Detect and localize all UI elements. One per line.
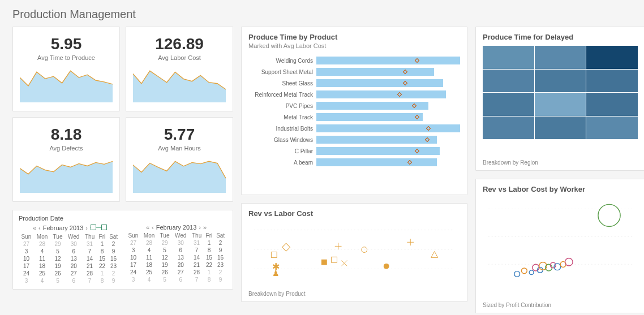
calendar-day[interactable]: 1 — [97, 270, 108, 277]
calendar-day[interactable]: 8 — [204, 247, 214, 254]
calendar-day[interactable]: 4 — [141, 276, 157, 283]
calendar-day[interactable]: 5 — [50, 277, 65, 284]
slider-handle-left[interactable] — [91, 225, 96, 230]
calendar-day[interactable]: 15 — [97, 255, 108, 262]
calendar-day[interactable]: 21 — [190, 261, 204, 269]
calendar-day[interactable]: 9 — [107, 277, 120, 284]
calendar-day[interactable]: 12 — [50, 255, 65, 262]
calendar-day[interactable]: 29 — [157, 239, 172, 247]
calendar-day[interactable]: 10 — [19, 255, 34, 262]
calendar-day[interactable]: 31 — [83, 240, 97, 248]
bar-fill — [316, 57, 460, 64]
calendar-day[interactable]: 5 — [50, 248, 65, 255]
calendar-day[interactable]: 1 — [204, 239, 214, 247]
calendar-day[interactable]: 4 — [34, 248, 50, 255]
calendar-day[interactable]: 6 — [172, 276, 190, 283]
calendar-0: «‹February 2013›SunMonTueWedThuFriSat272… — [19, 224, 120, 284]
calendar-day[interactable]: 11 — [34, 255, 50, 262]
calendar-day[interactable]: 4 — [141, 247, 157, 254]
bar-chart-subtitle: Marked with Avg Labor Cost — [248, 42, 460, 49]
calendar-day[interactable]: 28 — [34, 240, 50, 248]
calendar-day[interactable]: 11 — [141, 254, 157, 261]
calendar-prev-icon[interactable]: ‹ — [38, 225, 41, 231]
calendar-next-icon[interactable]: › — [85, 225, 88, 231]
calendar-day[interactable]: 8 — [204, 276, 214, 283]
calendar-day[interactable]: 14 — [190, 254, 204, 261]
calendar-day[interactable]: 9 — [214, 276, 227, 283]
calendar-day[interactable]: 8 — [97, 277, 108, 284]
calendar-day[interactable]: 13 — [172, 254, 190, 261]
calendar-day[interactable]: 12 — [157, 254, 172, 261]
calendar-day[interactable]: 28 — [83, 270, 97, 277]
calendar-day[interactable]: 7 — [83, 248, 97, 255]
calendar-day[interactable]: 28 — [141, 239, 157, 247]
bar-row: C Pillar — [248, 145, 460, 157]
calendar-day[interactable]: 10 — [126, 254, 141, 261]
calendar-day[interactable]: 21 — [83, 262, 97, 270]
calendar-day[interactable]: 1 — [97, 240, 108, 248]
calendar-day[interactable]: 15 — [204, 254, 214, 261]
calendar-next-fast-icon[interactable]: » — [203, 224, 207, 231]
calendar-day[interactable]: 19 — [157, 261, 172, 269]
calendar-day[interactable]: 18 — [141, 261, 157, 269]
calendar-day[interactable]: 22 — [204, 261, 214, 269]
bar-chart-card: Produce Time by Product Marked with Avg … — [241, 27, 467, 195]
calendar-day[interactable]: 16 — [107, 255, 120, 262]
calendar-day[interactable]: 6 — [172, 247, 190, 254]
calendar-day[interactable]: 14 — [83, 255, 97, 262]
calendar-day[interactable]: 2 — [107, 270, 120, 277]
dashboard: 5.95Avg Time to Produce126.89Avg Labor C… — [0, 27, 644, 313]
calendar-day[interactable]: 31 — [190, 239, 204, 247]
calendar-day[interactable]: 7 — [83, 277, 97, 284]
calendar-day[interactable]: 30 — [65, 240, 83, 248]
bar-label: Sheet Glass — [248, 80, 316, 87]
calendar-day[interactable]: 27 — [172, 269, 190, 276]
calendar-day[interactable]: 17 — [126, 261, 141, 269]
calendar-day[interactable]: 7 — [190, 247, 204, 254]
calendar-day[interactable]: 2 — [214, 269, 227, 276]
calendar-day[interactable]: 19 — [50, 262, 65, 270]
calendar-day[interactable]: 4 — [34, 277, 50, 284]
calendar-day[interactable]: 2 — [107, 240, 120, 248]
calendar-day[interactable]: 28 — [190, 269, 204, 276]
calendar-day[interactable]: 18 — [34, 262, 50, 270]
calendar-day[interactable]: 3 — [19, 248, 34, 255]
calendar-day[interactable]: 26 — [157, 269, 172, 276]
calendar-day[interactable]: 24 — [126, 269, 141, 276]
calendar-prev-fast-icon[interactable]: « — [33, 225, 36, 231]
calendar-day[interactable]: 5 — [157, 276, 172, 283]
calendar-day[interactable]: 6 — [65, 277, 83, 284]
calendar-day[interactable]: 17 — [19, 262, 34, 270]
calendar-day[interactable]: 27 — [19, 240, 34, 248]
calendar-day[interactable]: 6 — [65, 248, 83, 255]
calendar-day[interactable]: 24 — [19, 270, 34, 277]
calendar-day[interactable]: 29 — [50, 240, 65, 248]
calendar-day[interactable]: 20 — [65, 262, 83, 270]
calendar-day[interactable]: 26 — [50, 270, 65, 277]
calendar-prev-icon[interactable]: ‹ — [152, 224, 154, 231]
calendar-day[interactable]: 23 — [107, 262, 120, 270]
slider-handle-right[interactable] — [101, 225, 107, 230]
calendar-day[interactable]: 5 — [157, 247, 172, 254]
calendar-day[interactable]: 20 — [172, 261, 190, 269]
calendar-day[interactable]: 8 — [97, 248, 108, 255]
calendar-day[interactable]: 2 — [214, 239, 227, 247]
calendar-day[interactable]: 30 — [172, 239, 190, 247]
calendar-day[interactable]: 13 — [65, 255, 83, 262]
calendar-day[interactable]: 9 — [107, 248, 120, 255]
calendar-day[interactable]: 1 — [204, 269, 214, 276]
calendar-day[interactable]: 3 — [19, 277, 34, 284]
calendar-day[interactable]: 3 — [126, 276, 141, 283]
calendar-day[interactable]: 27 — [65, 270, 83, 277]
calendar-day[interactable]: 27 — [126, 239, 141, 247]
calendar-day[interactable]: 7 — [190, 276, 204, 283]
calendar-day[interactable]: 25 — [34, 270, 50, 277]
calendar-next-icon[interactable]: › — [199, 224, 201, 231]
calendar-day[interactable]: 9 — [214, 247, 227, 254]
calendar-day[interactable]: 3 — [126, 247, 141, 254]
calendar-day[interactable]: 25 — [141, 269, 157, 276]
calendar-prev-fast-icon[interactable]: « — [146, 224, 149, 231]
calendar-day[interactable]: 22 — [97, 262, 108, 270]
calendar-day[interactable]: 16 — [214, 254, 227, 261]
calendar-day[interactable]: 23 — [214, 261, 227, 269]
